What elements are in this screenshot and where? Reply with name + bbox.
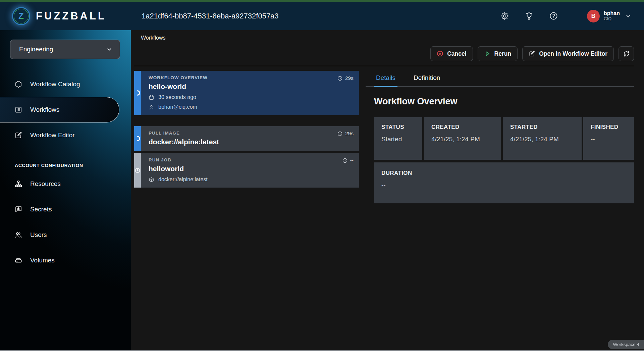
step-card-workflow-overview[interactable]: WORKFLOW OVERVIEW hello-world 30 seconds… xyxy=(134,71,359,115)
cancel-button[interactable]: Cancel xyxy=(430,46,473,61)
stats-row: STATUS Started CREATED 4/21/25, 1:24 PM … xyxy=(374,117,634,160)
step-card-pull-image[interactable]: PULL IMAGE docker://alpine:latest 29s xyxy=(134,126,359,151)
clock-icon xyxy=(337,131,343,137)
settings-gear-icon[interactable] xyxy=(500,11,509,20)
rerun-button[interactable]: Rerun xyxy=(478,46,518,61)
stat-value: -- xyxy=(381,182,627,189)
chevron-down-icon xyxy=(625,13,631,19)
user-menu[interactable]: B bphan CIQ xyxy=(587,10,631,22)
edit-icon xyxy=(14,131,23,139)
app-root: Z FUZZBALL Engineering Workflow Catalog xyxy=(0,0,644,351)
refresh-button[interactable] xyxy=(619,46,634,61)
toolbar-divider xyxy=(134,66,634,66)
stat-value: 4/21/25, 1:24 PM xyxy=(431,136,494,143)
sidebar-item-users[interactable]: Users xyxy=(0,222,131,248)
sidebar-item-secrets[interactable]: Secrets xyxy=(0,197,131,222)
sidebar-nav: Engineering Workflow Catalog Workflows xyxy=(0,30,131,351)
avatar: B xyxy=(587,10,600,22)
chevron-down-icon xyxy=(106,46,112,52)
stat-finished: FINISHED -- xyxy=(583,117,634,160)
cube-icon xyxy=(149,177,154,183)
sidebar-item-workflow-catalog[interactable]: Workflow Catalog xyxy=(0,71,131,97)
brand-name: FUZZBALL xyxy=(36,10,106,22)
clock-icon xyxy=(337,76,343,81)
open-in-workflow-editor-button[interactable]: Open in Workflow Editor xyxy=(522,46,614,61)
step-duration-value: 29s xyxy=(345,131,354,137)
sidebar-item-label: Users xyxy=(30,231,47,239)
step-card-run-job[interactable]: RUN JOB helloworld docker://alpine:lates… xyxy=(134,153,359,188)
workflow-steps-list: WORKFLOW OVERVIEW hello-world 30 seconds… xyxy=(134,71,359,203)
step-owner-email: bphan@ciq.com xyxy=(158,104,197,110)
workspace-selector-label: Engineering xyxy=(19,46,53,53)
spinner-icon xyxy=(135,136,141,142)
tab-details[interactable]: Details xyxy=(374,71,397,87)
step-type-label: PULL IMAGE xyxy=(149,131,352,136)
brand-logo[interactable]: Z FUZZBALL xyxy=(0,2,131,30)
workflow-id-title: 1a21df64-bb87-4531-8eba-a92732f057a3 xyxy=(142,12,500,20)
user-meta: bphan CIQ xyxy=(604,10,620,21)
details-tab-bar: Details Definition xyxy=(366,71,634,87)
step-duration-value: 29s xyxy=(345,75,354,81)
sidebar-item-label: Workflow Editor xyxy=(30,132,75,139)
calendar-icon xyxy=(149,95,154,100)
help-icon[interactable] xyxy=(549,11,558,20)
content-area: Workflows Cancel Rerun xyxy=(131,30,644,351)
sidebar-item-label: Resources xyxy=(30,180,61,188)
sidebar-item-label: Secrets xyxy=(30,206,52,213)
breadcrumb[interactable]: Workflows xyxy=(134,30,634,41)
workflow-detail-layout: WORKFLOW OVERVIEW hello-world 30 seconds… xyxy=(134,71,634,203)
step-duration-value: -- xyxy=(350,157,354,163)
sidebar: Z FUZZBALL Engineering Workflow Catalog xyxy=(0,2,131,351)
cancel-button-label: Cancel xyxy=(447,50,466,57)
sidebar-item-workflows[interactable]: Workflows xyxy=(0,97,119,122)
toolbar: Cancel Rerun Open in Workflow Editor xyxy=(134,46,634,61)
header-actions: B bphan CIQ xyxy=(500,10,631,22)
open-editor-button-label: Open in Workflow Editor xyxy=(539,50,607,57)
sidebar-item-resources[interactable]: Resources xyxy=(0,171,131,197)
stat-value: 4/21/25, 1:24 PM xyxy=(510,136,574,143)
volume-drive-icon xyxy=(14,256,23,264)
stat-value: -- xyxy=(591,136,627,143)
user-name: bphan xyxy=(604,10,620,16)
top-header: 1a21df64-bb87-4531-8eba-a92732f057a3 B b… xyxy=(131,2,644,30)
panel-heading: Workflow Overview xyxy=(374,96,634,107)
lightbulb-icon[interactable] xyxy=(525,11,534,20)
step-type-label: RUN JOB xyxy=(149,157,352,162)
stat-label: STATUS xyxy=(381,124,415,131)
stat-status: STATUS Started xyxy=(374,117,422,160)
users-icon xyxy=(14,231,23,239)
edit-icon xyxy=(529,50,535,57)
workspace-badge: Workspace 4 xyxy=(608,340,644,349)
details-panel: Details Definition Workflow Overview STA… xyxy=(366,71,634,203)
stat-label: DURATION xyxy=(381,170,627,177)
step-title: docker://alpine:latest xyxy=(149,138,352,146)
sidebar-item-volumes[interactable]: Volumes xyxy=(0,248,131,273)
steps-gap xyxy=(134,115,359,126)
stat-started: STARTED 4/21/25, 1:24 PM xyxy=(503,117,582,160)
fuzzball-logo-icon: Z xyxy=(12,7,30,25)
sidebar-section-label: ACCOUNT CONFIGURATION xyxy=(15,163,131,168)
sidebar-item-label: Volumes xyxy=(30,257,55,264)
hexagon-icon xyxy=(14,80,23,88)
list-icon xyxy=(14,106,23,114)
stat-value: Started xyxy=(381,136,415,143)
play-icon xyxy=(484,50,491,57)
step-title: helloworld xyxy=(149,165,352,173)
cancel-octagon-icon xyxy=(437,50,443,57)
step-status-strip xyxy=(134,153,141,188)
user-org: CIQ xyxy=(604,16,620,21)
tab-definition[interactable]: Definition xyxy=(412,71,442,86)
sidebar-item-workflow-editor[interactable]: Workflow Editor xyxy=(0,122,131,148)
step-type-label: WORKFLOW OVERVIEW xyxy=(149,75,352,80)
stat-label: CREATED xyxy=(431,124,494,131)
top-accent-bar xyxy=(0,0,644,2)
sitemap-icon xyxy=(14,180,23,188)
stat-duration: DURATION -- xyxy=(374,162,634,203)
step-created-time: 30 seconds ago xyxy=(158,94,196,100)
workspace-selector[interactable]: Engineering xyxy=(10,40,120,59)
sidebar-item-label: Workflows xyxy=(30,106,59,113)
clock-icon xyxy=(342,158,348,163)
spinner-icon xyxy=(135,90,141,96)
rerun-button-label: Rerun xyxy=(494,50,512,57)
step-status-strip xyxy=(134,71,141,115)
